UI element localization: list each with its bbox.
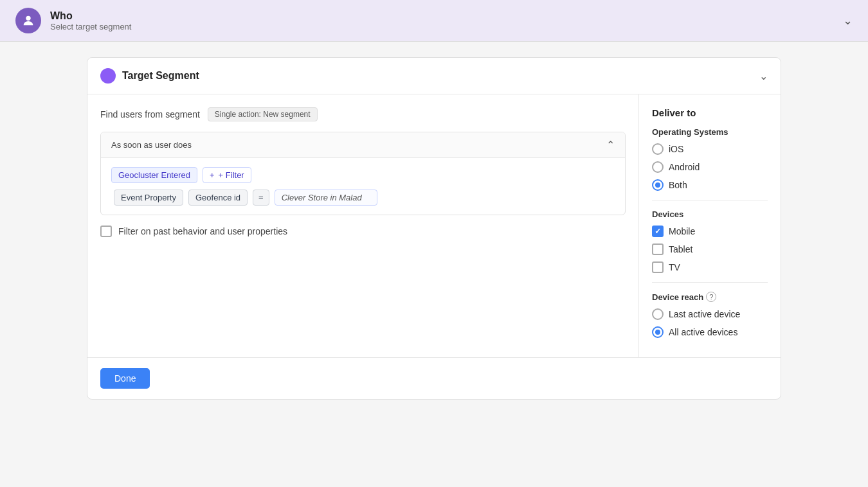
devices-section-title: Devices [652,209,768,219]
condition-header: As soon as user does ⌃ [101,132,625,158]
reach-all-active-radio[interactable] [652,326,664,338]
device-reach-section-title: Device reach [652,292,703,302]
target-segment-card: Target Segment ⌄ Find users from segment… [87,57,781,400]
card-chevron-icon[interactable]: ⌄ [759,70,768,82]
done-button[interactable]: Done [100,368,150,389]
reach-all-active-label: All active devices [669,327,737,337]
divider-1 [652,200,768,200]
condition-section: As soon as user does ⌃ Geocluster Entere… [100,132,626,215]
find-users-row: Find users from segment Single action: N… [100,107,626,121]
reach-last-active-radio[interactable] [652,308,664,320]
segment-badge[interactable]: Single action: New segment [208,107,318,121]
reach-all-active-row: All active devices [652,326,768,338]
device-reach-help-icon[interactable]: ? [706,292,716,302]
os-ios-row: iOS [652,143,768,155]
event-row: Geocluster Entered + + Filter [111,167,615,183]
os-ios-label: iOS [669,144,683,154]
equals-badge: = [253,190,269,206]
svg-point-0 [26,16,30,21]
plus-icon: + [210,170,215,180]
filter-past-checkbox[interactable] [100,226,112,237]
device-tv-row: TV [652,261,768,273]
device-mobile-label: Mobile [669,226,695,236]
os-both-row: Both [652,179,768,191]
filter-past-label: Filter on past behavior and user propert… [118,226,287,236]
os-both-radio[interactable] [652,179,664,191]
event-property-badge[interactable]: Event Property [114,190,183,206]
card-header-title: Target Segment [122,70,199,82]
who-title: Who [50,10,131,22]
os-both-label: Both [669,180,687,190]
device-tablet-checkbox[interactable] [652,244,664,255]
card-header: Target Segment ⌄ [87,58,781,94]
condition-header-label: As soon as user does [111,140,192,150]
who-bar-chevron-icon[interactable]: ⌄ [843,13,853,28]
target-segment-icon [100,68,116,84]
right-panel: Deliver to Operating Systems iOS Android… [639,94,781,357]
condition-collapse-icon[interactable]: ⌃ [606,139,615,151]
os-section-title: Operating Systems [652,127,768,137]
os-android-radio[interactable] [652,161,664,173]
os-android-label: Android [669,162,700,172]
main-content: Target Segment ⌄ Find users from segment… [0,42,868,415]
device-tv-checkbox[interactable] [652,261,664,273]
divider-2 [652,282,768,283]
filter-past-row: Filter on past behavior and user propert… [100,226,626,237]
device-tablet-row: Tablet [652,244,768,255]
who-bar-left: Who Select target segment [15,8,131,33]
value-input[interactable]: Clever Store in Malad [275,190,377,206]
deliver-to-title: Deliver to [652,107,768,118]
find-users-label: Find users from segment [100,109,200,120]
who-subtitle: Select target segment [50,22,131,31]
card-footer: Done [87,357,781,399]
device-tv-label: TV [669,262,680,272]
reach-last-active-label: Last active device [669,309,740,319]
geofence-id-badge[interactable]: Geofence id [188,190,248,206]
condition-body: Geocluster Entered + + Filter Event Prop… [101,158,625,215]
who-bar: Who Select target segment ⌄ [0,0,868,42]
filter-row: Event Property Geofence id = Clever Stor… [111,190,615,206]
os-android-row: Android [652,161,768,173]
event-badge[interactable]: Geocluster Entered [111,167,197,183]
card-body: Find users from segment Single action: N… [87,94,781,357]
reach-last-active-row: Last active device [652,308,768,320]
os-ios-radio[interactable] [652,143,664,155]
left-panel: Find users from segment Single action: N… [87,94,639,357]
device-tablet-label: Tablet [669,244,692,254]
device-mobile-checkbox[interactable] [652,226,664,237]
who-avatar [15,8,41,33]
device-mobile-row: Mobile [652,226,768,237]
filter-button[interactable]: + + Filter [203,167,251,183]
